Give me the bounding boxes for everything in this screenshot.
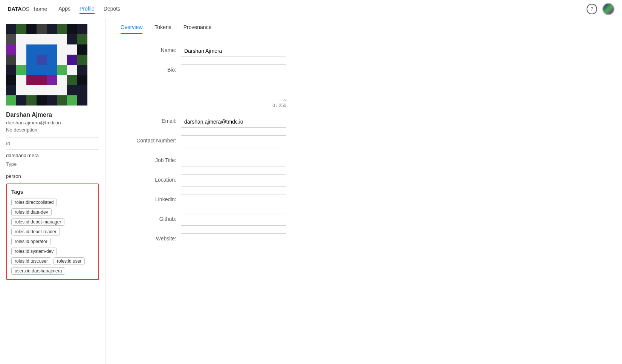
tag-chip: roles:id:operator [11,238,51,245]
name-row: Name: [121,45,607,57]
avatar-pixel-grid [6,24,87,106]
type-label: Type [6,161,99,167]
tag-chip: roles:id:depot-reader [11,228,60,236]
tag-chip: roles:id:test:user [11,257,51,265]
tags-list: roles:direct:collatedroles:id:data-devro… [11,199,94,275]
name-label: Name: [121,45,181,53]
linkedin-input[interactable] [181,194,286,206]
contact-input[interactable] [181,135,286,147]
content-area: Overview Tokens Provenance Name: Bio: 0 … [105,18,622,364]
nav-link-depots[interactable]: Depots [104,4,120,14]
nav-link-profile[interactable]: Profile [79,4,95,14]
github-row: Github: [121,214,607,226]
id-label: Id [6,141,99,146]
sidebar: Darshan Ajmera darshan.ajmera@tmdc.io No… [0,18,105,364]
tag-chip: roles:id:user [53,257,85,265]
tab-overview[interactable]: Overview [121,21,142,34]
tags-title: Tags [11,189,94,195]
bio-row: Bio: 0 / 250 [121,64,607,108]
contact-row: Contact Number: [121,135,607,147]
brand-logo: DATAOS _home [8,6,47,12]
tags-box: Tags roles:direct:collatedroles:id:data-… [6,184,99,280]
divider-2 [6,149,99,150]
website-row: Website: [121,233,607,245]
type-value: person [6,173,99,179]
tag-chip: roles:direct:collated [11,199,57,206]
tag-chip: roles:id:system-dev [11,248,57,255]
divider-1 [6,137,99,138]
profile-form: Name: Bio: 0 / 250 Email: Contact Number… [121,45,607,245]
name-input[interactable] [181,45,286,57]
website-label: Website: [121,233,181,242]
tabs: Overview Tokens Provenance [121,18,607,34]
website-input[interactable] [181,233,286,245]
email-label: Email: [121,116,181,124]
contact-label: Contact Number: [121,135,181,144]
bio-wrapper: 0 / 250 [181,64,286,108]
github-label: Github: [121,214,181,222]
github-input[interactable] [181,214,286,226]
linkedin-row: Linkedin: [121,194,607,206]
email-row: Email: [121,116,607,128]
jobtitle-input[interactable] [181,155,286,167]
jobtitle-label: Job Title: [121,155,181,163]
tag-chip: roles:id:data-dev [11,208,52,216]
avatar-large [6,24,87,106]
brand-data: DATA [8,6,21,12]
email-input[interactable] [181,116,286,128]
tag-chip: roles:id:depot-manager [11,218,64,226]
location-row: Location: [121,174,607,187]
bio-input[interactable] [181,64,286,102]
location-label: Location: [121,174,181,183]
linkedin-label: Linkedin: [121,194,181,202]
navbar: DATAOS _home Apps Profile Depots ? [0,0,622,18]
avatar-image [603,4,614,14]
brand-os: OS _home [21,6,47,12]
nav-right: ? [587,3,614,15]
main-layout: Darshan Ajmera darshan.ajmera@tmdc.io No… [0,18,622,364]
id-value: darshanajmera [6,153,99,158]
bio-label: Bio: [121,64,181,73]
jobtitle-row: Job Title: [121,155,607,167]
help-button[interactable]: ? [587,4,597,14]
tab-tokens[interactable]: Tokens [154,21,171,34]
avatar[interactable] [602,3,614,15]
sidebar-user-description: No description [6,127,99,133]
bio-counter: 0 / 250 [181,103,286,108]
sidebar-user-name: Darshan Ajmera [6,112,99,118]
tab-provenance[interactable]: Provenance [183,21,212,34]
nav-link-apps[interactable]: Apps [58,4,70,14]
sidebar-user-email: darshan.ajmera@tmdc.io [6,120,99,125]
location-input[interactable] [181,174,286,187]
tag-chip: users:id:darshanajmera [11,267,65,275]
divider-3 [6,170,99,170]
nav-links: Apps Profile Depots [58,4,587,14]
